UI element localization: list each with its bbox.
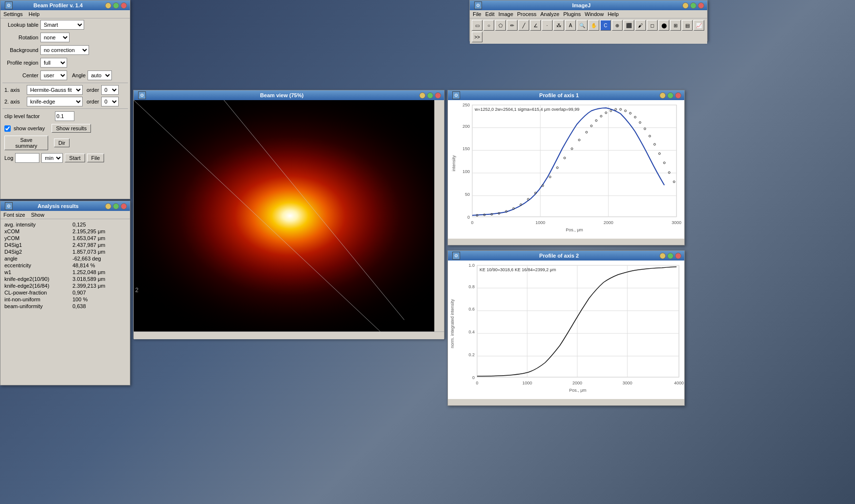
center-select[interactable]: user	[40, 70, 67, 80]
close-button[interactable]	[121, 2, 127, 9]
pan-tool[interactable]: ✋	[588, 20, 599, 31]
save-summary-button[interactable]: Save summary	[4, 136, 48, 150]
result-row: eccentricity48,814 %	[4, 262, 126, 269]
svg-rect-56	[477, 265, 679, 377]
ij-plugins-menu[interactable]: Plugins	[563, 11, 581, 17]
ij-image-menu[interactable]: Image	[499, 11, 514, 17]
point-tool[interactable]: ·	[542, 20, 552, 31]
thresh-tool[interactable]: ⬤	[659, 20, 669, 31]
stamp-tool[interactable]: ⬛	[623, 20, 634, 31]
ij-file-menu[interactable]: File	[473, 11, 481, 17]
zoom-tool[interactable]: 🔍	[577, 20, 588, 31]
result-row: yCOM1.653,047 μm	[4, 235, 126, 242]
oval-tool[interactable]: ○	[483, 20, 494, 31]
show-results-button[interactable]: Show results	[52, 124, 91, 133]
svg-text:Pos., μm: Pos., μm	[566, 227, 583, 232]
ij-close-button[interactable]	[698, 2, 704, 9]
profile-region-select[interactable]: full	[40, 58, 67, 68]
more-tool[interactable]: >>	[472, 32, 482, 42]
line-tool[interactable]: ╱	[518, 20, 529, 31]
plot-tool[interactable]: 📈	[694, 20, 704, 31]
p1-close-button[interactable]	[675, 92, 681, 99]
ij-help-menu[interactable]: Help	[607, 11, 619, 17]
p2-app-icon: ⊙	[452, 252, 460, 260]
font-size-menu[interactable]: Font size	[3, 212, 25, 218]
ij-max-button[interactable]	[690, 2, 696, 9]
result-row: beam-uniformity0,638	[4, 303, 126, 310]
analysis-results-titlebar: ⊙ Analysis results	[0, 201, 130, 211]
background-select[interactable]: no correction	[40, 45, 89, 55]
text-tool[interactable]: A	[565, 20, 576, 31]
lookup-table-select[interactable]: Smart	[40, 20, 84, 30]
min-button[interactable]	[105, 2, 111, 9]
background-label: Background	[4, 47, 38, 53]
start-button[interactable]: Start	[65, 154, 85, 162]
save-dir-row: Save summary Dir	[0, 134, 130, 152]
color-tool[interactable]: C	[600, 20, 611, 31]
bv-max-button[interactable]	[427, 92, 433, 99]
ar-max-button[interactable]	[113, 203, 119, 209]
svg-text:1.0: 1.0	[468, 263, 475, 268]
ar-close-button[interactable]	[121, 203, 127, 209]
beam-view-window: ⊙ Beam view (75%)	[133, 90, 445, 339]
angle-tool[interactable]: ∠	[530, 20, 541, 31]
p1-min-button[interactable]	[659, 92, 666, 99]
file-button[interactable]: File	[87, 154, 105, 162]
poly-tool[interactable]: ⬠	[495, 20, 506, 31]
result-row: D4Sig21.857,073 μm	[4, 248, 126, 255]
rotation-select[interactable]: none	[40, 33, 70, 42]
axis2-fit-select[interactable]: knife-edge	[27, 97, 83, 106]
axis2-order-select[interactable]: 0	[101, 97, 119, 106]
axis1-order-select[interactable]: 0	[101, 85, 119, 95]
settings-menu[interactable]: Settings	[3, 11, 23, 17]
profile-axis1-titlebar: ⊙ Profile of axis 1	[448, 90, 684, 100]
max-button[interactable]	[113, 2, 119, 9]
p2-min-button[interactable]	[659, 253, 666, 259]
ij-min-button[interactable]	[682, 2, 689, 9]
eyedrop-tool[interactable]: ⊕	[612, 20, 623, 31]
profile-axis2-window: ⊙ Profile of axis 2 KE 10/90=3018,6 KE 1…	[447, 250, 685, 406]
eraser-tool[interactable]: ◻	[647, 20, 658, 31]
p2-max-button[interactable]	[667, 253, 674, 259]
wand-tool[interactable]: ⁂	[553, 20, 564, 31]
brush-tool[interactable]: 🖌	[635, 20, 646, 31]
angle-select[interactable]: auto	[88, 70, 112, 80]
svg-text:100: 100	[463, 169, 470, 174]
svg-text:Pos., μm: Pos., μm	[569, 388, 587, 393]
ij-edit-menu[interactable]: Edit	[485, 11, 495, 17]
freehand-tool[interactable]: ✏	[507, 20, 517, 31]
axis1-svg: w=1252,0 2w=2504,1 sigma=615,4 μm overla…	[448, 100, 685, 239]
ij-app-icon: ⊙	[474, 1, 482, 9]
help-menu[interactable]: Help	[29, 11, 40, 17]
log-min-select[interactable]: min	[41, 153, 63, 163]
ij-analyze-menu[interactable]: Analyze	[540, 11, 559, 17]
profile-axis2-chart: KE 10/90=3018,6 KE 16/84=2399,2 μm 0 0.2…	[448, 261, 684, 399]
svg-text:0: 0	[467, 215, 470, 220]
ij-process-menu[interactable]: Process	[517, 11, 536, 17]
axis1-fit-select[interactable]: Hermite-Gauss fit	[27, 85, 83, 95]
rect-tool[interactable]: ▭	[472, 20, 482, 31]
measure-tool[interactable]: ⊞	[670, 20, 681, 31]
ij-window-menu[interactable]: Window	[585, 11, 604, 17]
bv-min-button[interactable]	[419, 92, 426, 99]
beam-scrollbar[interactable]	[134, 331, 444, 339]
result-value: 0,125	[72, 222, 86, 227]
beam-image	[134, 100, 434, 331]
analysis-subbar: Font size Show	[0, 211, 130, 219]
svg-text:2000: 2000	[604, 220, 613, 225]
p1-max-button[interactable]	[667, 92, 674, 99]
log-row: Log min Start File	[0, 152, 130, 164]
show-menu[interactable]: Show	[31, 212, 45, 218]
bv-close-button[interactable]	[435, 92, 441, 99]
p2-close-button[interactable]	[675, 253, 681, 259]
result-row: xCOM2.195,295 μm	[4, 228, 126, 235]
svg-text:2000: 2000	[572, 381, 582, 385]
hist-tool[interactable]: ▤	[682, 20, 693, 31]
result-label: yCOM	[4, 235, 72, 241]
show-overlay-checkbox[interactable]	[4, 125, 11, 132]
ar-min-button[interactable]	[105, 203, 111, 209]
clip-level-input[interactable]	[55, 111, 74, 121]
dir-button[interactable]: Dir	[54, 139, 70, 147]
log-input[interactable]	[15, 153, 39, 163]
svg-text:4000: 4000	[674, 381, 684, 385]
